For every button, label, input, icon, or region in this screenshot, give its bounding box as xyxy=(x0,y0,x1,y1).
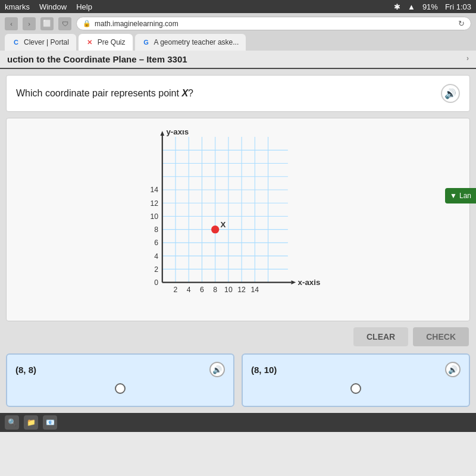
answer-radio-2[interactable] xyxy=(350,383,361,394)
svg-text:10: 10 xyxy=(151,212,159,221)
svg-text:0: 0 xyxy=(154,278,158,287)
point-x-label: X xyxy=(221,220,226,229)
question-box: Which coordinate pair represents point X… xyxy=(6,75,470,112)
answer-audio-1[interactable]: 🔊 xyxy=(209,362,225,377)
svg-marker-22 xyxy=(160,131,164,136)
svg-text:14: 14 xyxy=(251,286,259,294)
svg-text:2: 2 xyxy=(174,286,178,294)
answer-radio-1[interactable] xyxy=(115,383,126,394)
answer-label-1: (8, 8) xyxy=(15,365,36,375)
menu-bar: kmarks Window Help ✱ ▲ 91% Fri 1:03 xyxy=(0,0,476,13)
google-favicon: G xyxy=(142,38,151,46)
url-text: math.imaginelearning.com xyxy=(95,20,178,28)
bluetooth-icon: ✱ xyxy=(394,2,400,11)
graph-wrapper: 0 2 4 6 8 10 12 14 2 4 6 8 10 12 14 x-ax… xyxy=(134,130,336,309)
right-panel-arrow: ▼ xyxy=(450,192,457,200)
browser-toolbar: ‹ › ⬜ 🛡 🔒 math.imaginelearning.com ↻ xyxy=(5,17,471,30)
app-icon-2[interactable]: 📁 xyxy=(24,415,38,430)
refresh-icon[interactable]: ↻ xyxy=(458,19,465,28)
svg-text:x-axis: x-axis xyxy=(298,278,321,287)
svg-text:4: 4 xyxy=(154,252,158,261)
clear-button[interactable]: CLEAR xyxy=(353,327,408,346)
lock-icon: 🔒 xyxy=(83,20,91,27)
answer-options: (8, 8) 🔊 (8, 10) 🔊 xyxy=(6,353,470,407)
right-panel-label: Lan xyxy=(459,192,471,200)
address-bar[interactable]: 🔒 math.imaginelearning.com ↻ xyxy=(76,17,471,30)
app-icon-1[interactable]: 🔍 xyxy=(5,415,19,430)
graph-container: 0 2 4 6 8 10 12 14 2 4 6 8 10 12 14 x-ax… xyxy=(6,118,470,321)
tab-prequiz[interactable]: ✕ Pre Quiz xyxy=(79,34,133,51)
time-display: Fri 1:03 xyxy=(445,2,471,11)
page-title: uction to the Coordinate Plane – Item 33… xyxy=(7,54,187,64)
answer-label-2: (8, 10) xyxy=(251,365,277,375)
svg-text:4: 4 xyxy=(187,286,191,294)
svg-text:10: 10 xyxy=(224,286,233,294)
answer-audio-2[interactable]: 🔊 xyxy=(445,362,461,377)
svg-text:6: 6 xyxy=(200,286,204,294)
page-title-bar: uction to the Coordinate Plane – Item 33… xyxy=(0,51,476,69)
point-x xyxy=(211,226,219,233)
tab-bar: C Clever | Portal ✕ Pre Quiz G A geometr… xyxy=(5,34,471,51)
shield-button[interactable]: 🛡 xyxy=(58,17,71,30)
tab-clever[interactable]: C Clever | Portal xyxy=(5,34,76,51)
tab-geometry-label: A geometry teacher aske... xyxy=(154,38,239,46)
browser-chrome: ‹ › ⬜ 🛡 🔒 math.imaginelearning.com ↻ C C… xyxy=(0,13,476,51)
bottom-bar: 🔍 📁 📧 xyxy=(0,413,476,432)
back-button[interactable]: ‹ xyxy=(5,17,18,30)
svg-text:2: 2 xyxy=(154,265,158,274)
menu-window[interactable]: Window xyxy=(39,2,67,11)
wifi-icon: ▲ xyxy=(408,2,415,11)
tab-view-button[interactable]: ⬜ xyxy=(40,17,54,30)
svg-text:8: 8 xyxy=(154,226,158,234)
clever-favicon: C xyxy=(12,38,20,46)
answer-card-2[interactable]: (8, 10) 🔊 xyxy=(242,353,470,407)
svg-text:12: 12 xyxy=(237,286,246,294)
menu-help[interactable]: Help xyxy=(76,2,92,11)
answer-card-1[interactable]: (8, 8) 🔊 xyxy=(6,353,234,407)
question-audio-button[interactable]: 🔊 xyxy=(441,84,460,103)
app-icon-3[interactable]: 📧 xyxy=(43,415,57,430)
more-button[interactable]: › xyxy=(466,54,469,62)
svg-text:y-axis: y-axis xyxy=(166,130,189,136)
svg-text:8: 8 xyxy=(213,286,217,294)
tab-geometry[interactable]: G A geometry teacher aske... xyxy=(135,34,246,51)
check-button[interactable]: CHECK xyxy=(413,327,469,346)
tab-clever-label: Clever | Portal xyxy=(24,38,69,46)
forward-button[interactable]: › xyxy=(23,17,36,30)
main-content: Which coordinate pair represents point X… xyxy=(0,69,476,413)
svg-text:14: 14 xyxy=(151,186,159,194)
menu-kmarks[interactable]: kmarks xyxy=(5,2,30,11)
buttons-row: CLEAR CHECK xyxy=(6,327,470,346)
right-panel[interactable]: ▼ Lan xyxy=(445,188,476,203)
svg-text:12: 12 xyxy=(151,199,159,208)
tab-prequiz-label: Pre Quiz xyxy=(98,38,126,46)
svg-text:6: 6 xyxy=(154,239,158,247)
coordinate-graph: 0 2 4 6 8 10 12 14 2 4 6 8 10 12 14 x-ax… xyxy=(134,130,336,309)
battery-display: 91% xyxy=(422,2,438,11)
prequiz-favicon: ✕ xyxy=(86,38,94,46)
svg-marker-21 xyxy=(291,280,296,284)
question-text: Which coordinate pair represents point X… xyxy=(16,88,193,99)
